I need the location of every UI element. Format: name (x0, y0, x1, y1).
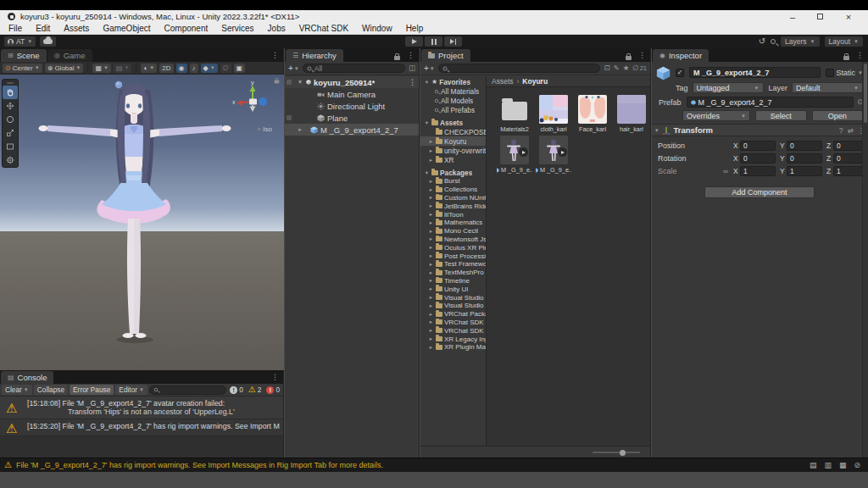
rotate-tool-button[interactable] (3, 113, 18, 126)
scene-root-row[interactable]: koyuru_250914* ⋮ (285, 76, 419, 88)
menu-item[interactable]: Help (399, 23, 431, 35)
close-button[interactable]: × (837, 10, 860, 23)
maximize-button[interactable] (809, 10, 831, 23)
project-search-field[interactable] (438, 64, 601, 73)
package-item[interactable]: Visual Studio E (420, 302, 486, 310)
tag-dropdown[interactable]: Untagged▼ (693, 82, 764, 93)
asset-tile-materials2[interactable]: Materials2 (497, 95, 532, 133)
tab-scene[interactable]: ⊞Scene (1, 49, 47, 62)
cache-server-icon[interactable]: ▦ (839, 461, 847, 469)
package-item[interactable]: Burst (420, 177, 486, 186)
hierarchy-item-prefab[interactable]: M _G_9_export4_2_7 (285, 124, 419, 136)
layers-dropdown[interactable]: Layers▼ (781, 36, 819, 47)
package-item[interactable]: Unity UI (420, 285, 486, 293)
favorites-item[interactable]: All Materials (420, 86, 486, 96)
packages-section[interactable]: Packages (420, 168, 486, 177)
asset-tile-model-1[interactable]: M _G_9_e... (497, 136, 532, 174)
favorites-item[interactable]: All Models (420, 96, 486, 105)
lock-icon[interactable] (626, 56, 632, 60)
info-filter-button[interactable]: !0 (228, 385, 245, 394)
notifications-muted-icon[interactable]: ▤ (810, 461, 817, 469)
project-menu-icon[interactable]: ⋮ (634, 49, 650, 62)
scale-y-input[interactable]: 1 (787, 166, 822, 176)
pause-button[interactable] (425, 36, 442, 47)
package-item[interactable]: JetBrains Ride (420, 202, 486, 210)
scene-viewport[interactable]: y x ≡ Iso (0, 75, 284, 370)
thumbnail-zoom-slider[interactable] (593, 452, 640, 453)
scene-visibility-icon[interactable] (287, 80, 292, 85)
transform-tool-button[interactable] (3, 153, 18, 167)
expand-arrow-icon[interactable] (297, 126, 303, 133)
scene-menu-icon[interactable]: ⋮ (267, 49, 283, 62)
help-icon[interactable]: ? (839, 126, 843, 135)
tab-game[interactable]: ◎Game (47, 49, 92, 62)
hierarchy-item-plane[interactable]: Plane (285, 112, 419, 124)
inspector-menu-icon[interactable]: ⋮ (852, 49, 868, 62)
menu-item[interactable]: VRChat SDK (292, 23, 355, 35)
asset-tile-cloth-texture[interactable]: cloth_karl (536, 95, 571, 133)
orientation-mode-button[interactable]: ⊕Global▼ (45, 64, 84, 73)
lock-icon[interactable] (394, 56, 400, 60)
breadcrumb-root[interactable]: Assets (492, 77, 514, 86)
hierarchy-search-input[interactable] (314, 64, 401, 73)
project-content[interactable]: Assets Koyuru Materials2 cloth_karl (487, 76, 650, 446)
rect-tool-button[interactable] (3, 140, 18, 153)
scene-visibility-icon[interactable] (287, 115, 292, 120)
rotation-z-input[interactable]: 0 (833, 153, 864, 164)
assets-folder-item[interactable]: CHECKPOSE2 (420, 127, 486, 136)
draw-mode-button[interactable]: ◐▼ (141, 64, 157, 73)
position-z-input[interactable]: 0 (833, 141, 864, 151)
hand-tool-button[interactable] (3, 86, 18, 99)
package-item[interactable]: Visual Studio C (420, 293, 486, 302)
package-item[interactable]: Post Processin (420, 252, 486, 260)
scale-tool-button[interactable] (3, 126, 18, 140)
add-component-button[interactable]: Add Component (704, 186, 815, 198)
save-search-icon[interactable]: ★ (623, 64, 630, 72)
assets-folder-item[interactable]: ▸unity-overwrit (420, 146, 486, 155)
menu-item[interactable]: Edit (29, 23, 57, 35)
error-filter-button[interactable]: !0 (264, 385, 281, 394)
tab-hierarchy[interactable]: ☰Hierarchy (286, 49, 343, 62)
package-item[interactable]: Mono Cecil (420, 227, 486, 236)
menu-item[interactable]: Assets (57, 23, 96, 35)
breadcrumb-current[interactable]: Koyuru (522, 77, 548, 86)
error-pause-button[interactable]: Error Pause (70, 385, 114, 395)
menu-item[interactable]: Services (214, 23, 260, 35)
hierarchy-menu-icon[interactable]: ⋮ (403, 49, 419, 62)
minimize-button[interactable]: – (782, 10, 804, 23)
select-button[interactable]: Select (755, 110, 807, 121)
favorites-section[interactable]: ★Favorites (420, 77, 486, 86)
hierarchy-item-main-camera[interactable]: Main Camera (285, 88, 419, 100)
grid-snap-button[interactable]: ▦▼ (92, 64, 111, 73)
gizmo-projection-toggle[interactable]: ≡ Iso (257, 125, 272, 133)
overrides-dropdown[interactable]: Overrides▼ (682, 110, 750, 121)
cloud-button[interactable] (40, 36, 56, 47)
scene-picker-icon[interactable]: ◫ (409, 64, 415, 72)
package-item[interactable]: Newtonsoft Js (420, 236, 486, 244)
undo-history-icon[interactable]: ↺ (759, 37, 765, 46)
foldout-arrow-icon[interactable] (655, 127, 659, 134)
lighting-toggle-button[interactable]: ◉ (176, 64, 187, 73)
2d-toggle-button[interactable]: 2D (159, 64, 173, 73)
menu-item[interactable]: File (2, 23, 29, 35)
console-menu-icon[interactable]: ⋮ (267, 371, 283, 384)
active-checkbox[interactable]: ✓ (676, 69, 684, 77)
package-item[interactable]: lilToon (420, 210, 486, 219)
menu-item[interactable]: Jobs (261, 23, 292, 35)
assets-folder-item[interactable]: ▸XR (420, 155, 486, 164)
create-button[interactable]: +▼ (288, 64, 299, 73)
search-by-label-icon[interactable]: ✎ (614, 64, 620, 72)
position-y-input[interactable]: 0 (787, 141, 822, 151)
console-activity-icon[interactable]: ▥ (824, 461, 832, 469)
favorites-item[interactable]: All Prefabs (420, 105, 486, 114)
search-by-type-icon[interactable]: ⊡ (604, 64, 609, 72)
console-entry[interactable]: ⚠ [15:25:20] File 'M _G_9_export4_2_7' h… (0, 419, 283, 436)
create-asset-button[interactable]: +▼ (424, 64, 435, 73)
status-bar[interactable]: ⚠ File 'M _G_9_export4_2_7' has rig impo… (0, 458, 868, 472)
slider-knob[interactable] (620, 450, 626, 456)
scale-x-input[interactable]: 1 (740, 166, 776, 176)
editor-dropdown[interactable]: Editor▼ (115, 385, 147, 395)
tab-console[interactable]: ▤Console (1, 371, 53, 384)
console-search-input[interactable] (159, 386, 222, 394)
package-item[interactable]: XR Legacy Inp (420, 335, 486, 343)
